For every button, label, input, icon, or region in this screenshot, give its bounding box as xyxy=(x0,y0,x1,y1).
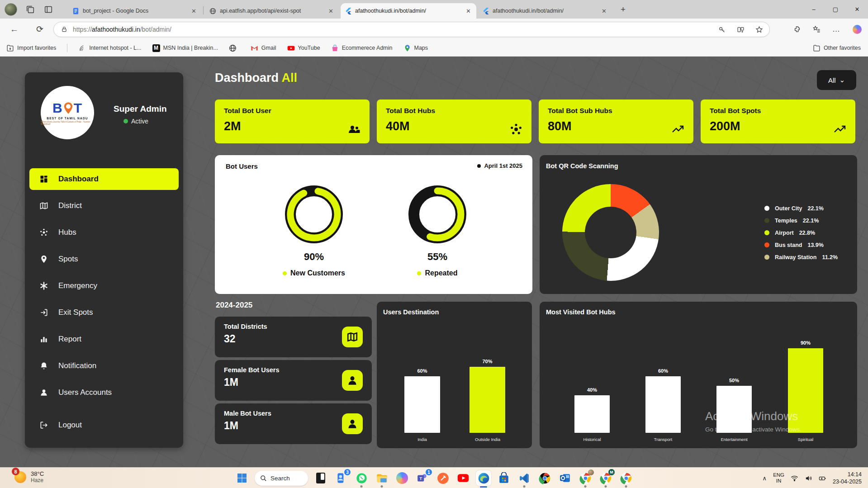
browser-toolbar: ← ⟳ https://afathoothukudi.in/bot/admin/… xyxy=(0,19,868,40)
dark-window-icon xyxy=(315,472,326,484)
taskbar-chrome[interactable] xyxy=(537,470,552,486)
taskbar-postman[interactable] xyxy=(435,470,451,486)
browser-tab-1[interactable]: bot_project - Google Docs ✕ xyxy=(68,3,202,19)
taskbar-teams[interactable]: 1 T xyxy=(415,470,430,486)
logout-icon xyxy=(39,421,48,430)
extensions-icon[interactable] xyxy=(793,25,801,33)
microsoft-store-icon xyxy=(498,472,510,484)
window-close-button[interactable]: ✕ xyxy=(846,0,868,19)
address-bar[interactable]: https://afathoothukudi.in/bot/admin/ xyxy=(53,22,770,37)
season-label: 2024-2025 xyxy=(216,301,252,310)
gauge-percent: 90% xyxy=(280,251,348,263)
taskbar-youtube[interactable] xyxy=(455,470,471,486)
taskbar-people-app[interactable]: 3 xyxy=(333,470,349,486)
wifi-icon[interactable] xyxy=(791,474,798,482)
tab-groups-icon[interactable] xyxy=(25,5,35,14)
google-docs-icon xyxy=(72,8,79,14)
tray-clock[interactable]: 14:14 23-04-2025 xyxy=(833,471,862,486)
back-icon[interactable]: ← xyxy=(10,24,19,34)
browser-tab-4[interactable]: afathoothukudi.in/bot/admin/ ✕ xyxy=(478,3,612,19)
filter-dropdown[interactable]: All ⌄ xyxy=(817,70,856,90)
bar xyxy=(574,395,610,433)
people-icon xyxy=(348,123,360,136)
window-maximize-button[interactable]: ▢ xyxy=(825,0,846,19)
qr-donut-chart xyxy=(562,184,659,281)
new-tab-button[interactable]: + xyxy=(621,5,626,14)
sidebar-item-emergency[interactable]: Emergency xyxy=(29,275,179,297)
info-card-male-bot-users: Male Bot Users 1M xyxy=(215,403,372,444)
favorite-youtube[interactable]: YouTube xyxy=(287,44,320,52)
hotspot-icon xyxy=(78,44,86,52)
vertical-tabs-icon[interactable] xyxy=(43,5,53,14)
profile-m-badge: M xyxy=(608,469,615,475)
copilot-icon[interactable] xyxy=(853,25,862,34)
taskbar-vscode[interactable] xyxy=(517,470,532,486)
taskbar-chrome-profile-3[interactable] xyxy=(618,470,634,486)
bar-group-outside-india: 70% xyxy=(470,320,505,433)
location-pin-icon xyxy=(39,255,48,264)
more-menu-icon[interactable]: … xyxy=(832,25,841,34)
taskbar-app-widgets[interactable] xyxy=(313,470,328,486)
tray-chevron-up-icon[interactable]: ∧ xyxy=(763,475,767,482)
sidebar-item-report[interactable]: Report xyxy=(29,328,179,350)
youtube-icon xyxy=(287,44,295,52)
favorite-hotspot[interactable]: Internet hotspot - L... xyxy=(78,44,141,52)
vscode-icon xyxy=(519,473,530,484)
sidebar-item-dashboard[interactable]: Dashboard xyxy=(29,168,179,190)
page-title: Dashboard All xyxy=(215,71,297,85)
tab-close-icon[interactable]: ✕ xyxy=(327,8,335,14)
qr-legend: Outer City22.1% Temples22.1% Airport22.8… xyxy=(764,202,838,263)
sidebar-item-exit-spots[interactable]: Exit Spots xyxy=(29,302,179,323)
legend-dot xyxy=(764,230,769,235)
bar-group-historical: 40% xyxy=(574,320,610,433)
url-text[interactable]: https://afathoothukudi.in/bot/admin/ xyxy=(73,26,171,33)
lock-icon xyxy=(61,26,67,33)
taskbar-outlook[interactable] xyxy=(557,470,573,486)
youtube-icon xyxy=(457,472,470,484)
sidebar-item-district[interactable]: District xyxy=(29,195,179,217)
battery-icon[interactable] xyxy=(819,474,826,482)
taskbar-whatsapp[interactable] xyxy=(354,470,369,486)
other-favorites[interactable]: Other favorites xyxy=(813,44,861,52)
password-key-icon[interactable] xyxy=(718,26,726,33)
window-minimize-button[interactable]: – xyxy=(803,0,825,19)
refresh-icon[interactable]: ⟳ xyxy=(36,24,43,34)
taskbar-microsoft-store[interactable] xyxy=(496,470,512,486)
tab-close-icon[interactable]: ✕ xyxy=(190,8,198,14)
favorite-gmail[interactable]: Gmail xyxy=(251,44,276,52)
split-screen-icon[interactable] xyxy=(737,26,745,33)
favorite-star-icon[interactable] xyxy=(755,26,763,33)
favorite-import[interactable]: Import favorites xyxy=(6,44,56,52)
start-button[interactable] xyxy=(234,470,250,486)
favorite-ecommerce-admin[interactable]: Ecommerece Admin xyxy=(331,44,393,52)
taskbar-edge-active[interactable] xyxy=(476,470,491,486)
flutter-icon xyxy=(483,8,489,14)
sidebar: BT BEST OF TAMIL NADU Where Every Journe… xyxy=(25,72,183,448)
browser-profile-avatar[interactable] xyxy=(5,3,17,16)
card-title: Bot Users xyxy=(226,162,258,170)
taskbar-chrome-profile-2[interactable]: M xyxy=(598,470,613,486)
sidebar-item-logout[interactable]: Logout xyxy=(29,414,179,436)
taskbar-chrome-profile-1[interactable] xyxy=(578,470,593,486)
taskbar-search[interactable]: Search xyxy=(255,471,308,486)
favorites-bar-icon[interactable] xyxy=(813,25,821,33)
sidebar-item-spots[interactable]: Spots xyxy=(29,248,179,270)
sidebar-item-hubs[interactable]: Hubs xyxy=(29,222,179,243)
sidebar-item-users-accounts[interactable]: Users Accounts xyxy=(29,382,179,403)
volume-icon[interactable] xyxy=(805,474,812,482)
tray-language[interactable]: ENG IN xyxy=(773,472,784,484)
logo-pin-icon xyxy=(63,102,73,114)
tab-title: api.eatfish.app/bot/api/exist-spot xyxy=(220,8,323,14)
favorite-msn[interactable]: M MSN India | Breakin... xyxy=(152,44,218,52)
taskbar-copilot[interactable] xyxy=(394,470,410,486)
sidebar-item-notification[interactable]: Notification xyxy=(29,355,179,377)
favorite-maps[interactable]: Maps xyxy=(403,44,428,52)
favorite-globe[interactable] xyxy=(229,44,240,52)
browser-tab-2[interactable]: api.eatfish.app/bot/api/exist-spot ✕ xyxy=(205,3,339,19)
taskbar-file-explorer[interactable] xyxy=(374,470,389,486)
tab-close-icon[interactable]: ✕ xyxy=(600,8,608,14)
globe-icon xyxy=(209,8,216,14)
tab-close-icon[interactable]: ✕ xyxy=(464,8,473,14)
tab-title: afathoothukudi.in/bot/admin/ xyxy=(355,8,460,14)
browser-tab-3-active[interactable]: afathoothukudi.in/bot/admin/ ✕ xyxy=(341,3,476,19)
